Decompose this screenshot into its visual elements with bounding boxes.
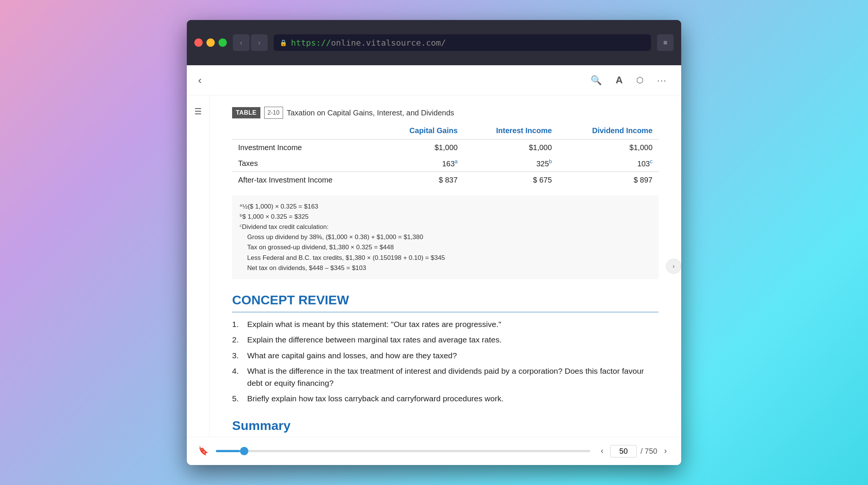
bottom-bar: 🔖 ‹ / 750 › xyxy=(187,437,681,465)
table-cell-di-2: 103c xyxy=(558,155,659,172)
table-cell-cg-3: $ 837 xyxy=(380,172,464,188)
table-header-dividend-income: Dividend Income xyxy=(558,122,659,140)
footnote-c-4: Net tax on dividends, $448 – $345 = $103 xyxy=(240,263,651,273)
list-item: 4. What is the difference in the tax tre… xyxy=(232,365,659,389)
forward-nav-button[interactable]: › xyxy=(251,34,268,51)
browser-window: ‹ › 🔒 https://online.vitalsource.com/ ≡ … xyxy=(187,20,681,465)
list-text-5: Briefly explain how tax loss carryback a… xyxy=(247,393,503,405)
table-row: Taxes 163a 325b 103c xyxy=(232,155,659,172)
footnote-c-3: Less Federal and B.C. tax credits, $1,38… xyxy=(240,253,651,263)
footnote-a: ᵃ½($ 1,000) × 0.325 = $163 xyxy=(240,201,651,212)
table-cell-di-1: $1,000 xyxy=(558,140,659,156)
list-item: 3. What are capital gains and losses, an… xyxy=(232,350,659,362)
address-bar[interactable]: 🔒 https://online.vitalsource.com/ xyxy=(274,34,651,51)
page-navigation: ‹ / 750 › xyxy=(598,445,670,457)
table-cell-ii-3: $ 675 xyxy=(464,172,558,188)
url-scheme: https:// xyxy=(291,38,331,48)
right-panel-toggle-button[interactable]: › xyxy=(666,259,681,274)
list-num-3: 3. xyxy=(232,350,243,362)
table-header-interest-income: Interest Income xyxy=(464,122,558,140)
list-num-5: 5. xyxy=(232,393,243,405)
list-num-1: 1. xyxy=(232,318,243,330)
browser-chrome: ‹ › 🔒 https://online.vitalsource.com/ ≡ xyxy=(187,20,681,65)
table-header-capital-gains: Capital Gains xyxy=(380,122,464,140)
list-text-2: Explain the difference between marginal … xyxy=(247,334,502,346)
concept-review-title: CONCEPT REVIEW xyxy=(232,290,659,312)
bookmark-icon[interactable]: 🔖 xyxy=(198,446,208,456)
table-label: TABLE 2-10 Taxation on Capital Gains, In… xyxy=(232,107,659,119)
lock-icon: 🔒 xyxy=(280,39,287,46)
nav-buttons: ‹ › xyxy=(233,34,268,51)
table-cell-label-3: After-tax Investment Income xyxy=(232,172,380,188)
table-cell-ii-1: $1,000 xyxy=(464,140,558,156)
page-back-button[interactable]: ‹ xyxy=(198,74,202,86)
minimize-button[interactable] xyxy=(206,38,215,47)
table-row: Investment Income $1,000 $1,000 $1,000 xyxy=(232,140,659,156)
total-pages: / 750 xyxy=(640,447,657,456)
progress-bar[interactable] xyxy=(216,450,590,452)
page-toolbar: ‹ 🔍 A ⬡ ··· xyxy=(187,65,681,95)
prev-page-button[interactable]: ‹ xyxy=(598,445,606,457)
list-text-3: What are capital gains and losses, and h… xyxy=(247,350,457,362)
table-row: After-tax Investment Income $ 837 $ 675 … xyxy=(232,172,659,188)
data-table: Capital Gains Interest Income Dividend I… xyxy=(232,122,659,188)
summary-title: Summary xyxy=(232,416,659,437)
footnote-c-2: Tax on grossed-up dividend, $1,380 × 0.3… xyxy=(240,242,651,252)
list-text-1: Explain what is meant by this statement:… xyxy=(247,318,501,330)
list-item: 5. Briefly explain how tax loss carrybac… xyxy=(232,393,659,405)
list-item: 1. Explain what is meant by this stateme… xyxy=(232,318,659,330)
url-display: https://online.vitalsource.com/ xyxy=(291,38,446,48)
table-cell-label-1: Investment Income xyxy=(232,140,380,156)
content-layout: ☰ TABLE 2-10 Taxation on Capital Gains, … xyxy=(187,95,681,437)
browser-menu-button[interactable]: ≡ xyxy=(657,34,674,51)
url-domain: online.vitalsource.com/ xyxy=(331,38,446,48)
sidebar-menu-icon[interactable]: ☰ xyxy=(191,103,206,120)
table-cell-cg-2: 163a xyxy=(380,155,464,172)
footnote-c-label: ᶜDividend tax credit calculation: xyxy=(240,222,651,232)
desktop: ‹ › 🔒 https://online.vitalsource.com/ ≡ … xyxy=(0,0,868,485)
translate-icon[interactable]: ⬡ xyxy=(633,72,646,88)
close-button[interactable] xyxy=(194,38,203,47)
list-item: 2. Explain the difference between margin… xyxy=(232,334,659,346)
page-area: ‹ 🔍 A ⬡ ··· ☰ TABLE 2-10 xyxy=(187,65,681,465)
table-cell-cg-1: $1,000 xyxy=(380,140,464,156)
table-footnotes: ᵃ½($ 1,000) × 0.325 = $163 ᵇ$ 1,000 × 0.… xyxy=(232,195,659,279)
back-nav-button[interactable]: ‹ xyxy=(233,34,249,51)
page-number-input[interactable] xyxy=(610,445,637,457)
progress-bar-fill xyxy=(216,450,240,452)
table-cell-ii-2: 325b xyxy=(464,155,558,172)
concept-review-list: 1. Explain what is meant by this stateme… xyxy=(232,318,659,405)
list-text-4: What is the difference in the tax treatm… xyxy=(247,365,659,389)
search-icon[interactable]: 🔍 xyxy=(588,72,605,89)
more-options-icon[interactable]: ··· xyxy=(654,72,670,89)
list-num-4: 4. xyxy=(232,365,243,389)
traffic-lights xyxy=(194,38,227,47)
table-title: Taxation on Capital Gains, Interest, and… xyxy=(287,107,454,118)
main-content[interactable]: TABLE 2-10 Taxation on Capital Gains, In… xyxy=(209,95,681,437)
table-badge: TABLE xyxy=(232,107,260,118)
next-page-button[interactable]: › xyxy=(661,445,670,457)
progress-handle[interactable] xyxy=(240,447,248,455)
left-sidebar: ☰ xyxy=(187,95,209,437)
font-size-icon[interactable]: A xyxy=(613,71,626,89)
footnote-b: ᵇ$ 1,000 × 0.325 = $325 xyxy=(240,212,651,222)
table-cell-label-2: Taxes xyxy=(232,155,380,172)
table-header-empty xyxy=(232,122,380,140)
table-number: 2-10 xyxy=(264,107,283,119)
footnote-c-1: Gross up dividend by 38%, ($1,000 × 0.38… xyxy=(240,232,651,242)
list-num-2: 2. xyxy=(232,334,243,346)
maximize-button[interactable] xyxy=(219,38,227,47)
table-cell-di-3: $ 897 xyxy=(558,172,659,188)
